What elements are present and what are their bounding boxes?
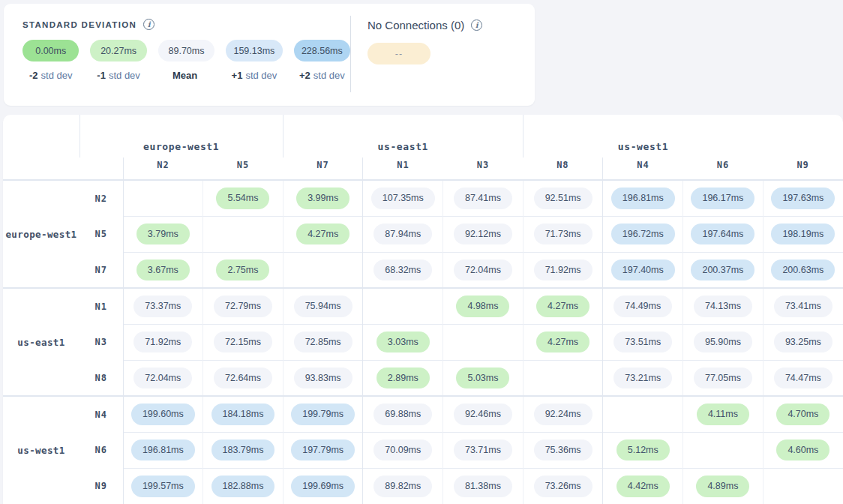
latency-cell-pill[interactable]: 75.94ms (294, 296, 352, 317)
latency-cell-pill[interactable]: 73.37ms (134, 296, 192, 317)
latency-cell-pill[interactable]: 87.94ms (374, 224, 432, 245)
latency-cell-pill[interactable]: 4.70ms (776, 404, 830, 425)
latency-cell-pill[interactable]: 3.99ms (296, 188, 350, 209)
latency-cell-pill[interactable]: 2.89ms (376, 368, 430, 389)
corner-cell (3, 115, 80, 158)
latency-cell-pill[interactable]: 196.81ms (611, 188, 675, 209)
table-row: europe-west1N25.54ms3.99ms107.35ms87.41m… (3, 180, 843, 216)
latency-cell: 92.12ms (443, 216, 524, 252)
latency-cell-pill[interactable]: 182.88ms (212, 476, 275, 497)
row-header-node: N3 (80, 324, 123, 360)
latency-cell-pill[interactable]: 197.64ms (691, 224, 754, 245)
latency-cell-pill[interactable]: 4.98ms (456, 296, 509, 317)
latency-cell-pill[interactable]: 183.79ms (212, 440, 275, 461)
latency-cell-pill[interactable]: 77.05ms (694, 368, 752, 389)
latency-cell: 72.04ms (123, 360, 203, 396)
row-header-node: N2 (80, 180, 123, 216)
latency-cell-pill[interactable]: 3.03ms (376, 332, 430, 353)
latency-cell-pill[interactable]: 68.32ms (374, 260, 432, 281)
latency-cell-pill[interactable]: 197.79ms (291, 440, 355, 461)
latency-cell-pill[interactable]: 73.26ms (534, 476, 592, 497)
latency-cell-pill[interactable]: 73.21ms (614, 368, 672, 389)
latency-cell-pill[interactable]: 71.73ms (534, 224, 592, 245)
info-icon[interactable]: i (143, 19, 154, 30)
latency-cell-pill[interactable]: 196.17ms (691, 188, 754, 209)
latency-cell-pill[interactable]: 4.27ms (536, 332, 590, 353)
latency-cell-pill[interactable]: 5.12ms (616, 440, 670, 461)
latency-cell-pill[interactable]: 74.13ms (694, 296, 752, 317)
latency-cell-pill[interactable]: 5.03ms (456, 368, 509, 389)
latency-cell-pill[interactable]: 199.60ms (131, 404, 195, 425)
latency-cell-pill[interactable]: 72.04ms (454, 260, 512, 281)
latency-cell-pill[interactable]: 72.04ms (134, 368, 192, 389)
latency-cell-pill[interactable]: 3.67ms (136, 260, 190, 281)
latency-cell-pill[interactable]: 199.79ms (291, 404, 355, 425)
latency-cell-pill[interactable]: 74.47ms (774, 368, 832, 389)
latency-cell-pill[interactable]: 75.36ms (534, 440, 592, 461)
latency-cell-pill[interactable]: 95.90ms (694, 332, 752, 353)
latency-cell-pill[interactable]: 92.12ms (454, 224, 512, 245)
latency-cell: 2.75ms (203, 252, 284, 288)
empty-cell (443, 324, 524, 360)
latency-cell-pill[interactable]: 197.40ms (611, 260, 675, 281)
latency-cell-pill[interactable]: 197.63ms (771, 188, 835, 209)
latency-cell-pill[interactable]: 4.27ms (536, 296, 590, 317)
table-row: N6196.81ms183.79ms197.79ms70.09ms73.71ms… (3, 432, 843, 468)
latency-cell-pill[interactable]: 4.89ms (696, 476, 749, 497)
latency-cell-pill[interactable]: 73.41ms (774, 296, 832, 317)
latency-cell-pill[interactable]: 4.27ms (296, 224, 350, 245)
latency-cell-pill[interactable]: 71.92ms (134, 332, 192, 353)
latency-cell-pill[interactable]: 2.75ms (216, 260, 269, 281)
latency-cell-pill[interactable]: 81.38ms (454, 476, 512, 497)
std-deviation-title: STANDARD DEVIATION (22, 20, 136, 29)
latency-cell-pill[interactable]: 198.19ms (771, 224, 835, 245)
legend-label-minus1: -1std dev (90, 70, 146, 81)
latency-cell-pill[interactable]: 196.81ms (131, 440, 195, 461)
latency-cell-pill[interactable]: 72.79ms (214, 296, 272, 317)
latency-cell-pill[interactable]: 72.64ms (214, 368, 272, 389)
latency-cell: 5.12ms (603, 432, 683, 468)
latency-cell-pill[interactable]: 74.49ms (614, 296, 672, 317)
table-row: N371.92ms72.15ms72.85ms3.03ms4.27ms73.51… (3, 324, 843, 360)
latency-cell-pill[interactable]: 71.92ms (534, 260, 592, 281)
latency-cell-pill[interactable]: 93.83ms (294, 368, 352, 389)
latency-cell-pill[interactable]: 196.72ms (611, 224, 675, 245)
latency-cell-pill[interactable]: 107.35ms (371, 188, 435, 209)
table-row: N9199.57ms182.88ms199.69ms89.82ms81.38ms… (3, 468, 843, 504)
latency-cell-pill[interactable]: 73.71ms (454, 440, 512, 461)
latency-cell: 4.27ms (523, 288, 603, 324)
latency-cell-pill[interactable]: 89.82ms (374, 476, 432, 497)
row-group-label: us-east1 (3, 288, 80, 396)
latency-cell-pill[interactable]: 87.41ms (454, 188, 512, 209)
column-header-node: N5 (203, 158, 284, 180)
latency-cell: 3.67ms (123, 252, 203, 288)
latency-cell: 68.32ms (363, 252, 443, 288)
latency-cell-pill[interactable]: 4.11ms (697, 404, 749, 425)
empty-cell (523, 360, 603, 396)
latency-cell-pill[interactable]: 92.24ms (534, 404, 592, 425)
latency-cell-pill[interactable]: 4.60ms (776, 440, 830, 461)
latency-cell-pill[interactable]: 69.88ms (374, 404, 432, 425)
latency-cell-pill[interactable]: 4.42ms (616, 476, 670, 497)
info-icon[interactable]: i (471, 20, 482, 31)
empty-cell (203, 216, 284, 252)
latency-cell: 184.18ms (203, 396, 284, 432)
latency-cell-pill[interactable]: 184.18ms (212, 404, 275, 425)
latency-cell-pill[interactable]: 70.09ms (374, 440, 432, 461)
latency-cell-pill[interactable]: 200.63ms (771, 260, 835, 281)
latency-cell-pill[interactable]: 72.15ms (214, 332, 272, 353)
latency-cell-pill[interactable]: 199.57ms (131, 476, 195, 497)
latency-cell: 75.36ms (523, 432, 603, 468)
latency-cell-pill[interactable]: 73.51ms (614, 332, 672, 353)
latency-cell: 95.90ms (683, 324, 764, 360)
latency-cell-pill[interactable]: 3.79ms (136, 224, 190, 245)
latency-cell: 199.79ms (283, 396, 363, 432)
latency-cell-pill[interactable]: 5.54ms (216, 188, 269, 209)
latency-cell-pill[interactable]: 200.37ms (691, 260, 754, 281)
latency-cell: 3.79ms (123, 216, 203, 252)
latency-cell-pill[interactable]: 72.85ms (294, 332, 352, 353)
latency-cell-pill[interactable]: 92.46ms (454, 404, 512, 425)
latency-cell-pill[interactable]: 93.25ms (774, 332, 832, 353)
latency-cell-pill[interactable]: 92.51ms (534, 188, 592, 209)
latency-cell-pill[interactable]: 199.69ms (291, 476, 355, 497)
